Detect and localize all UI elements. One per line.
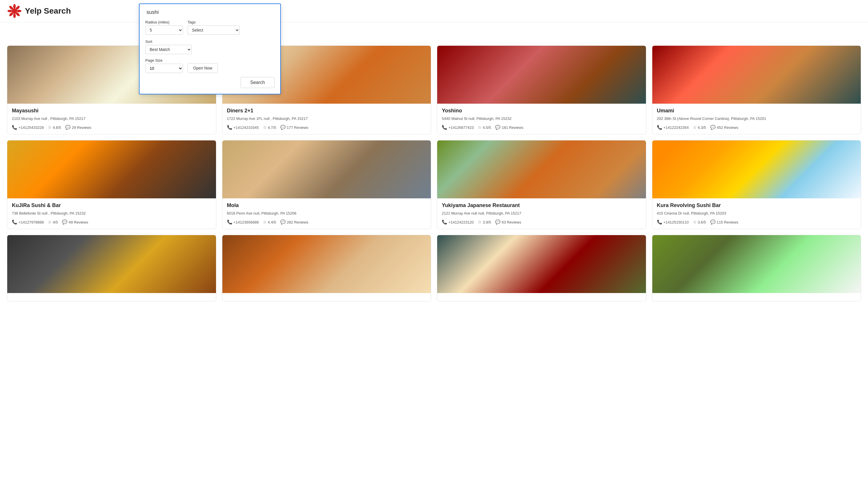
card-image <box>437 235 646 293</box>
reviews-meta: 💬 282 Reviews <box>280 220 308 225</box>
reviews-meta: 💬 452 Reviews <box>710 125 738 130</box>
card-image <box>223 140 431 198</box>
phone-icon: 📞 <box>442 220 447 225</box>
phone-meta: 📞 +14123656688 <box>227 220 259 225</box>
card-item[interactable] <box>7 235 216 301</box>
radius-select[interactable]: 1 5 10 25 50 <box>145 25 183 35</box>
card-item[interactable] <box>222 235 431 301</box>
card-item[interactable]: Umami 202 38th St (Above Round Corner Ca… <box>652 45 861 134</box>
star-icon: ☆ <box>48 125 52 130</box>
card-body: Yukiyama Japanese Restaurant 2121 Murray… <box>437 198 646 229</box>
card-body <box>652 293 861 301</box>
card-image <box>7 235 216 293</box>
star-icon: ☆ <box>263 125 267 130</box>
reviews-count: 63 Reviews <box>502 220 521 224</box>
search-button[interactable]: Search <box>240 77 274 88</box>
radius-label: Radius (miles) <box>145 20 183 24</box>
star-icon: ☆ <box>693 220 697 225</box>
card-item[interactable] <box>652 235 861 301</box>
card-body: Diners 2+1 1722 Murray Ave 1FL null , Pi… <box>223 104 431 134</box>
open-now-button[interactable]: Open Now <box>188 63 218 73</box>
comment-icon: 💬 <box>495 125 501 130</box>
phone-meta: 📞 +14122242354 <box>657 125 689 130</box>
star-icon: ☆ <box>478 125 481 130</box>
radius-filter-group: Radius (miles) 1 5 10 25 50 <box>145 20 183 35</box>
card-item[interactable]: Yukiyama Japanese Restaurant 2121 Murray… <box>437 140 646 229</box>
card-address: 5440 Walnut St null, Pittsburgh, PA 1523… <box>442 116 641 121</box>
card-item[interactable]: KuJiRa Sushi & Bar 736 Bellefonte St nul… <box>7 140 216 229</box>
phone-icon: 📞 <box>12 220 17 225</box>
comment-icon: 💬 <box>710 220 716 225</box>
reviews-count: 282 Reviews <box>287 220 308 224</box>
card-name: Yoshino <box>442 108 641 114</box>
card-image <box>223 235 431 293</box>
rating-value: 4.3/5 <box>698 126 706 130</box>
page-size-label: Page Size <box>145 58 183 62</box>
page-size-select[interactable]: 5 10 20 50 <box>145 64 183 73</box>
rating-meta: ☆ 4.5/5 <box>478 125 491 130</box>
phone-meta: 📞 +14124210345 <box>227 125 259 130</box>
results-grid: Mayasushi 2103 Murray Ave null , Pittsbu… <box>0 22 868 308</box>
rating-meta: ☆ 4.8/5 <box>48 125 61 130</box>
rating-meta: ☆ 3.6/5 <box>693 220 706 225</box>
card-name: Kura Revolving Sushi Bar <box>657 203 856 208</box>
yelp-logo-icon <box>7 3 22 19</box>
card-body: Mola 6018 Penn Ave null, Pittsburgh, PA … <box>223 198 431 229</box>
reviews-count: 29 Reviews <box>72 126 91 130</box>
phone-meta: 📞 +14126877423 <box>442 125 474 130</box>
comment-icon: 💬 <box>710 125 716 130</box>
card-item[interactable]: Mola 6018 Penn Ave null, Pittsburgh, PA … <box>222 140 431 229</box>
rating-meta: ☆ 4/5 <box>48 220 58 225</box>
svg-point-0 <box>13 4 16 9</box>
tags-label: Tags <box>188 20 240 24</box>
card-name: Mola <box>227 203 426 208</box>
card-image <box>652 46 861 104</box>
card-meta: 📞 +14123656688 ☆ 4.4/5 💬 282 Reviews <box>227 220 426 225</box>
search-input-row <box>145 9 274 16</box>
card-item[interactable]: Kura Revolving Sushi Bar 415 Cinema Dr n… <box>652 140 861 229</box>
sort-label: Sort <box>145 39 192 44</box>
rating-value: 4.8/5 <box>53 126 61 130</box>
card-name: KuJiRa Sushi & Bar <box>12 203 211 208</box>
rating-value: 3.6/5 <box>698 220 706 224</box>
reviews-meta: 💬 181 Reviews <box>495 125 523 130</box>
phone-number: +14124210345 <box>234 126 259 130</box>
reviews-meta: 💬 49 Reviews <box>62 220 88 225</box>
card-meta: 📞 +14122242354 ☆ 4.3/5 💬 452 Reviews <box>657 125 856 130</box>
card-address: 2121 Murray Ave null null, Pittsburgh, P… <box>442 211 641 216</box>
search-input[interactable] <box>145 9 274 16</box>
card-image <box>437 46 646 104</box>
svg-point-4 <box>13 13 16 18</box>
rating-value: 4.4/5 <box>268 220 276 224</box>
star-icon: ☆ <box>48 220 52 225</box>
reviews-count: 181 Reviews <box>502 126 523 130</box>
phone-meta: 📞 +14125150110 <box>657 220 689 225</box>
phone-number: +14123656688 <box>234 220 259 224</box>
card-item[interactable]: Yoshino 5440 Walnut St null, Pittsburgh,… <box>437 45 646 134</box>
card-meta: 📞 +14124223120 ☆ 3.9/5 💬 63 Reviews <box>442 220 641 225</box>
card-address: 6018 Penn Ave null, Pittsburgh, PA 15206 <box>227 211 426 216</box>
rating-meta: ☆ 3.9/5 <box>478 220 491 225</box>
phone-meta: 📞 +14124223120 <box>442 220 474 225</box>
comment-icon: 💬 <box>495 220 501 225</box>
comment-icon: 💬 <box>280 125 286 130</box>
svg-point-6 <box>7 10 13 13</box>
phone-number: +14125433228 <box>19 126 44 130</box>
svg-point-2 <box>17 10 21 13</box>
rating-meta: ☆ 4.4/5 <box>263 220 276 225</box>
card-address: 736 Bellefonte St null , Pittsburgh, PA … <box>12 211 211 216</box>
reviews-meta: 💬 177 Reviews <box>280 125 308 130</box>
phone-meta: 📞 +14127978888 <box>12 220 44 225</box>
tags-filter-group: Tags Select Sushi Japanese Asian Fusion … <box>188 20 240 35</box>
reviews-count: 49 Reviews <box>69 220 88 224</box>
card-address: 415 Cinema Dr null, Pittsburgh, PA 15203 <box>657 211 856 216</box>
card-meta: 📞 +14125433228 ☆ 4.8/5 💬 29 Reviews <box>12 125 211 130</box>
tags-select[interactable]: Select Sushi Japanese Asian Fusion Ramen <box>188 25 240 35</box>
card-item[interactable] <box>437 235 646 301</box>
sort-select[interactable]: Best Match Rating Review Count Distance <box>145 45 192 54</box>
card-image <box>7 140 216 198</box>
card-image <box>437 140 646 198</box>
comment-icon: 💬 <box>62 220 67 225</box>
second-row: Page Size 5 10 20 50 Open Now <box>145 58 274 73</box>
phone-number: +14127978888 <box>19 220 44 224</box>
